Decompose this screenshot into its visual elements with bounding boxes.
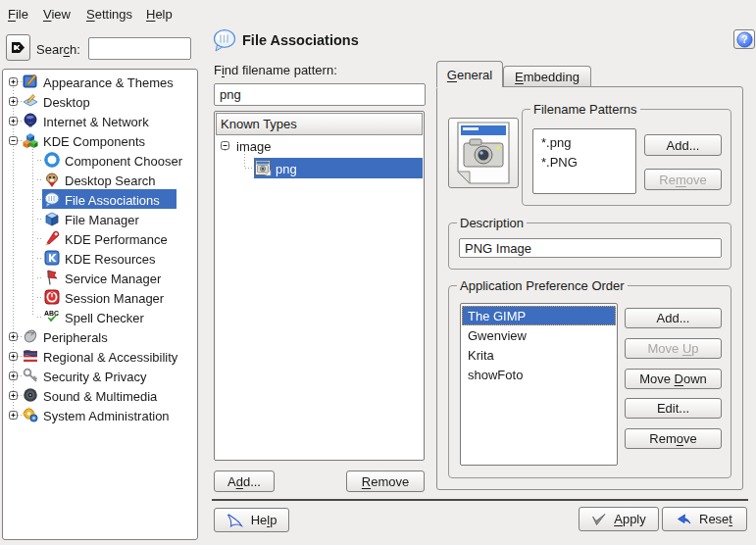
svg-text:?: ?: [741, 33, 747, 45]
svg-text:ABC: ABC: [44, 310, 59, 317]
